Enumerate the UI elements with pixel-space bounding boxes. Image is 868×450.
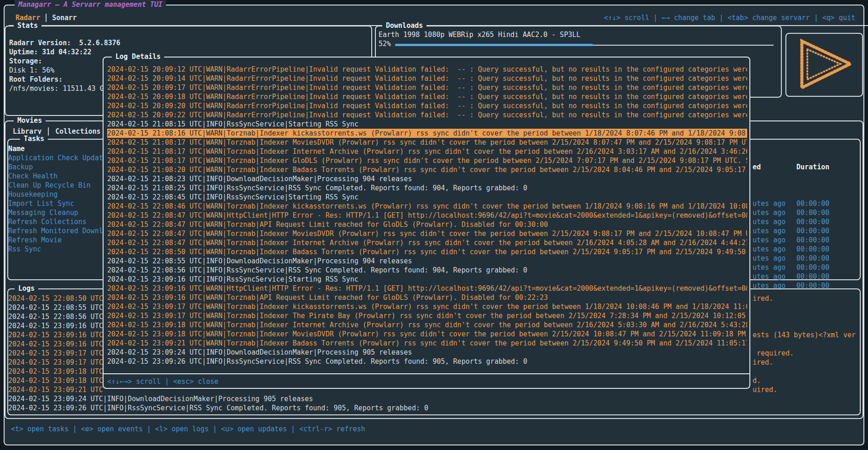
log-detail-line[interactable]: 2024-02-15 20:09:14 UTC|WARN|RadarrError… — [107, 74, 747, 83]
header-shortcuts: <↑↓> scroll | ←→ change tab | <tab> chan… — [604, 13, 855, 22]
managarr-screen: Managarr – A Servarr management TUI Rada… — [0, 0, 868, 450]
app-title: Managarr – A Servarr management TUI — [15, 0, 166, 9]
download-item[interactable]: Earth 1998 1080p WEBRip x265 Hindi AAC2.… — [379, 30, 581, 39]
log-detail-line[interactable]: 2024-02-15 23:09:18 UTC|WARN|Torznab|Ind… — [107, 320, 747, 330]
tab-collections[interactable]: Collections — [52, 127, 104, 136]
task-row[interactable]: Application Check Updat — [8, 153, 103, 162]
footer-shortcuts: <t> open tasks | <e> open events | <l> o… — [11, 424, 365, 434]
tasks-name-column: Name Application Check UpdatBackupCheck … — [8, 144, 103, 254]
task-timing-row: utes ago00:00:00 — [753, 245, 829, 254]
log-detail-line[interactable]: 2024-02-15 21:08:20 UTC|WARN|Torznab|Ind… — [107, 165, 747, 174]
task-duration-cell: 00:00:00 — [796, 245, 829, 253]
task-row[interactable]: Clean Up Recycle Bin — [8, 181, 103, 190]
log-detail-line[interactable]: 2024-02-15 23:09:16 UTC|INFO|RssSyncServ… — [107, 275, 747, 284]
tab-sonarr[interactable]: Sonarr — [49, 13, 79, 22]
log-details-modal: Log Details 2024-02-15 20:09:12 UTC|WARN… — [103, 57, 750, 389]
task-executed-cell: utes ago — [753, 208, 796, 217]
log-detail-line[interactable]: 2024-02-15 23:09:17 UTC|WARN|Torznab|Ind… — [107, 311, 747, 320]
log-timestamp: 2024-02-15 23:09:17 UTC — [8, 358, 103, 366]
log-detail-line[interactable]: 2024-02-15 22:08:56 UTC|INFO|RssSyncServ… — [107, 266, 747, 275]
tab-separator — [46, 14, 47, 22]
task-timing-row: utes ago00:00:00 — [753, 254, 829, 263]
log-detail-line[interactable]: 2024-02-15 21:08:17 UTC|WARN|Torznab|Ind… — [107, 138, 747, 147]
task-timing-row: utes ago00:00:00 — [753, 208, 829, 217]
task-row[interactable]: Rss Sync — [8, 245, 103, 254]
task-timing-row: utes ago00:00:00 — [753, 235, 829, 245]
log-detail-line[interactable]: 2024-02-15 22:08:50 UTC|WARN|Torznab|Ind… — [107, 247, 747, 256]
task-row[interactable]: Backup — [8, 162, 103, 172]
log-detail-line[interactable]: 2024-02-15 23:09:26 UTC|INFO|RssSyncServ… — [107, 357, 747, 366]
log-detail-line[interactable]: 2024-02-15 22:08:45 UTC|INFO|RssSyncServ… — [107, 193, 747, 202]
log-detail-line[interactable]: 2024-02-15 20:09:20 UTC|WARN|RadarrError… — [107, 101, 747, 110]
log-detail-line[interactable]: 2024-02-15 20:09:12 UTC|WARN|RadarrError… — [107, 65, 747, 74]
task-duration-cell: 00:00:00 — [796, 263, 829, 272]
log-detail-line[interactable]: 2024-02-15 22:08:47 UTC|WARN|Torznab|API… — [107, 220, 747, 229]
modal-shortcuts: <↑↓←→> scroll | <esc> close — [107, 377, 218, 386]
log-timestamp: 2024-02-15 23:09:18 UTC — [8, 377, 103, 385]
task-row[interactable]: Refresh Collections — [8, 217, 103, 226]
downloads-panel-title: Downloads — [382, 21, 426, 30]
log-detail-line[interactable]: 2024-02-15 21:08:23 UTC|INFO|DownloadDec… — [107, 174, 747, 183]
executed-column-header: ed — [753, 162, 796, 172]
log-detail-line[interactable]: 2024-02-15 20:09:22 UTC|WARN|RadarrError… — [107, 110, 747, 120]
log-detail-line[interactable]: 2024-02-15 23:09:17 UTC|WARN|Torznab|Ind… — [107, 302, 747, 311]
log-row[interactable]: 2024-02-15 23:09:26 UTC|INFO|RssSyncServ… — [8, 403, 859, 413]
task-executed-cell: utes ago — [753, 235, 796, 245]
log-tail-fragment: ests (143 bytes)<?xml ver — [753, 330, 856, 340]
task-executed-cell: utes ago — [753, 272, 796, 281]
log-detail-line[interactable]: 2024-02-15 22:08:55 UTC|INFO|DownloadDec… — [107, 256, 747, 266]
task-executed-cell: utes ago — [753, 217, 796, 226]
task-duration-cell: 00:00:00 — [796, 227, 829, 235]
log-row[interactable]: 2024-02-15 23:09:24 UTC|INFO|DownloadDec… — [8, 394, 859, 403]
task-row[interactable]: Housekeeping — [8, 190, 103, 199]
log-timestamp: 2024-02-15 22:08:56 UTC — [8, 313, 103, 321]
log-detail-line[interactable]: 2024-02-15 20:09:17 UTC|WARN|RadarrError… — [107, 83, 747, 92]
log-detail-line[interactable]: 2024-02-15 21:08:16 UTC|WARN|Torznab|Ind… — [107, 129, 747, 138]
log-detail-line[interactable]: 2024-02-15 23:09:16 UTC|WARN|Torznab|API… — [107, 293, 747, 302]
log-detail-line[interactable]: 2024-02-15 23:09:16 UTC|WARN|HttpClient|… — [107, 284, 747, 293]
log-detail-line[interactable]: 2024-02-15 20:09:18 UTC|WARN|RadarrError… — [107, 92, 747, 101]
task-executed-cell: utes ago — [753, 199, 796, 208]
task-timing-row: utes ago00:00:00 — [753, 226, 829, 235]
task-timing-row: utes ago00:00:00 — [753, 199, 829, 208]
logo-panel — [785, 33, 863, 97]
tab-separator — [48, 127, 49, 136]
task-executed-cell: utes ago — [753, 245, 796, 254]
log-timestamp: 2024-02-15 23:09:16 UTC — [8, 322, 103, 330]
tasks-panel-title: Tasks — [20, 134, 48, 143]
log-tail-fragment: d. — [753, 376, 761, 385]
task-row[interactable]: Refresh Monitored Downl — [8, 226, 103, 235]
movies-panel-title: Movies — [14, 116, 46, 125]
log-tail-fragment: ired. — [753, 358, 773, 367]
log-timestamp: 2024-02-15 22:08:50 UTC — [8, 294, 103, 303]
log-timestamp: 2024-02-15 23:09:26 UTC|INFO|RssSyncServ… — [8, 404, 428, 412]
task-timing-row: utes ago00:00:00 — [753, 217, 829, 226]
log-detail-line[interactable]: 2024-02-15 23:09:18 UTC|WARN|Torznab|Ind… — [107, 330, 747, 339]
log-timestamp: 2024-02-15 23:09:16 UTC — [8, 331, 103, 339]
log-detail-line[interactable]: 2024-02-15 21:08:17 UTC|WARN|Torznab|Ind… — [107, 147, 747, 156]
log-detail-line[interactable]: 2024-02-15 21:08:15 UTC|INFO|RssSyncServ… — [107, 120, 747, 129]
task-row[interactable]: Import List Sync — [8, 199, 103, 208]
duration-column-header: Duration — [796, 162, 829, 172]
log-detail-line[interactable]: 2024-02-15 23:09:24 UTC|INFO|DownloadDec… — [107, 348, 747, 357]
task-timing-row: utes ago00:00:00 — [753, 272, 829, 281]
download-progress-track — [593, 45, 774, 46]
log-detail-line[interactable]: 2024-02-15 22:08:47 UTC|WARN|HttpClient|… — [107, 211, 747, 220]
log-timestamp: 2024-02-15 22:08:55 UTC — [8, 303, 103, 312]
log-detail-line[interactable]: 2024-02-15 22:08:47 UTC|WARN|Torznab|Ind… — [107, 238, 747, 247]
task-duration-cell: 00:00:00 — [796, 254, 829, 262]
log-details-title: Log Details — [112, 52, 164, 61]
log-detail-line[interactable]: 2024-02-15 21:08:17 UTC|WARN|Torznab|Ind… — [107, 156, 747, 165]
task-duration-cell: 00:00:00 — [796, 209, 829, 217]
log-timestamp: 2024-02-15 23:09:21 UTC — [8, 386, 103, 394]
task-duration-cell: 00:00:00 — [796, 199, 829, 208]
task-row[interactable]: Check Health — [8, 172, 103, 181]
tasks-right-header: edDuration — [753, 162, 829, 172]
task-row[interactable]: Messaging Cleanup — [8, 208, 103, 217]
log-detail-line[interactable]: 2024-02-15 22:08:46 UTC|WARN|Torznab|Ind… — [107, 202, 747, 211]
task-row[interactable]: Refresh Movie — [8, 235, 103, 245]
task-executed-cell: utes ago — [753, 226, 796, 235]
log-detail-line[interactable]: 2024-02-15 21:08:25 UTC|INFO|RssSyncServ… — [107, 183, 747, 193]
log-detail-line[interactable]: 2024-02-15 23:09:21 UTC|WARN|Torznab|Ind… — [107, 339, 747, 348]
log-detail-line[interactable]: 2024-02-15 22:08:47 UTC|WARN|Torznab|Ind… — [107, 229, 747, 238]
